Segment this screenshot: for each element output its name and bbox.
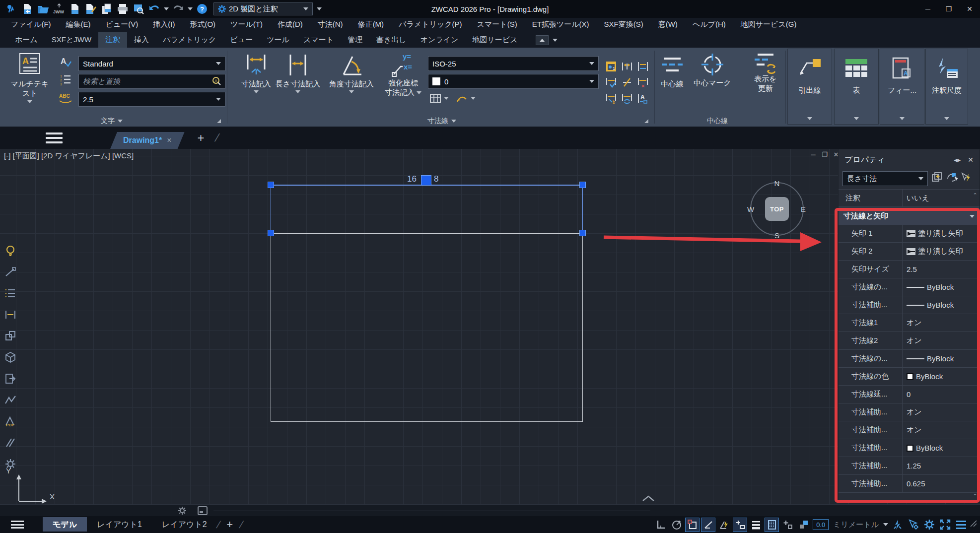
menu-item[interactable]: スマート(S) [477,20,517,29]
compass-east[interactable]: E [801,205,806,213]
quick-dim-icon[interactable] [3,307,18,322]
centerline-group-label[interactable]: 中心線 [680,115,755,127]
polyline-tool-icon[interactable] [3,393,18,407]
undo-dropdown-icon[interactable] [164,7,169,10]
ribbon-collapse-icon[interactable] [536,35,549,45]
menu-item[interactable]: 作成(D) [278,20,303,29]
dim-linear-button[interactable]: 長さ寸法記入 [268,53,328,93]
menu-item[interactable]: ET拡張ツール(X) [532,20,589,29]
lineweight-icon[interactable] [749,518,763,532]
ribbon-tab[interactable]: SXFとJWW [45,32,98,48]
layout-tab[interactable]: レイアウト1 [87,517,152,532]
centermark-button[interactable]: 中心マーク [691,53,734,88]
scroll-up-icon[interactable]: ⌃ [972,192,979,199]
grip-dimline-right[interactable] [579,182,586,188]
copy-icon[interactable] [100,3,113,15]
menu-item[interactable]: 形式(O) [190,20,215,29]
annotation-add-icon[interactable] [781,518,794,532]
dim-continue-icon[interactable] [635,59,651,74]
minimize-button[interactable]: ─ [917,0,938,18]
dim-delete-icon[interactable]: × [635,74,651,90]
parallel-tool-icon[interactable] [3,435,18,450]
help-icon[interactable]: ? [196,3,209,15]
dim-style-combo[interactable]: ISO-25 [428,56,599,71]
selection-cycle-icon[interactable] [907,518,920,532]
doc-tab-close-icon[interactable]: × [167,136,171,145]
dim-coordinate-button[interactable]: y=x= 強化座標 寸法記入 [382,52,424,97]
dim-check-icon[interactable] [603,74,619,90]
object-type-selector[interactable]: 長さ寸法 [842,171,928,186]
workspace-extra-dropdown-icon[interactable] [317,7,322,10]
property-row[interactable]: 寸法補助... ByBlock [839,439,980,457]
property-row[interactable]: 矢印 1 塗り潰し矢印 [839,225,980,243]
unit-dropdown-icon[interactable] [883,523,888,526]
doc-menu-icon[interactable] [46,133,63,143]
new-doc-tab-button[interactable]: + [198,131,205,145]
new-file-icon[interactable] [21,3,34,15]
unit-label[interactable]: ミリメートル [833,520,879,530]
ribbon-options-icon[interactable] [553,39,558,42]
property-row[interactable]: 矢印サイズ 2.5 [839,261,980,278]
grip-defpoint-right[interactable] [579,230,586,236]
menu-item[interactable]: SXF変換(S) [604,20,643,29]
dim-angular-button[interactable]: 角度寸法記入 [322,53,381,93]
property-row[interactable]: 寸法補助... オン [839,403,980,421]
scroll-down-icon[interactable]: ⌄ [972,490,979,497]
ribbon-tab[interactable]: 注釈 [98,32,127,48]
close-panel-icon[interactable]: ✕ [968,156,974,164]
cmd-window-icon[interactable] [198,506,208,517]
block-tool-icon[interactable] [3,329,18,343]
property-row[interactable]: 寸法線の... ByBlock [839,278,980,296]
maximize-button[interactable]: ❐ [938,0,959,18]
ribbon-tab[interactable]: スマート [296,32,341,48]
dim-break-icon[interactable]: b [603,90,619,106]
close-button[interactable]: ✕ [959,0,980,18]
open-folder-icon[interactable] [37,3,50,15]
ortho-icon[interactable] [654,518,667,532]
prop-annotative-value[interactable]: いいえ [902,190,980,206]
doc-restore-icon[interactable]: ❐ [821,151,829,158]
hatch-display-icon[interactable] [765,518,778,532]
field-group[interactable]: A フィー... [880,49,924,125]
text-dialog-launcher-icon[interactable] [217,119,221,123]
pop-tool-icon[interactable]: POP [3,414,18,429]
dim-edit-icon[interactable] [619,59,635,74]
menu-item[interactable]: 寸法(N) [318,20,343,29]
dyninput-icon[interactable] [717,518,731,532]
ribbon-tab[interactable]: ビュー [223,32,260,48]
status-menu-left-icon[interactable] [11,521,24,529]
property-row[interactable]: 寸法線の色 ByBlock [839,368,980,386]
save-icon[interactable] [69,3,81,15]
menu-item[interactable]: ヘルプ(H) [693,20,726,29]
multitext-button[interactable]: A マルチテキスト [7,53,53,103]
ribbon-tab[interactable]: 挿入 [127,32,156,48]
numbered-list-icon[interactable]: 123 [59,72,72,86]
dim-layer-combo[interactable]: 0 [428,74,599,89]
menu-item[interactable]: 編集(E) [66,20,91,29]
text-height-combo[interactable]: 2.5 [78,92,225,107]
document-tab[interactable]: Drawing1* × [110,132,185,149]
status-menu-icon[interactable] [954,518,968,532]
annotation-monitor-icon[interactable] [891,518,904,532]
section-dimlines-arrows[interactable]: 寸法線と矢印 [839,207,980,225]
ribbon-tab[interactable]: ホーム [8,32,45,48]
table-group[interactable]: 表 [834,49,879,125]
ribbon-tab[interactable]: 管理 [341,32,369,48]
dim-align-text-icon[interactable]: A [635,90,651,106]
menu-item[interactable]: ビュー(V) [106,20,139,29]
drawn-rectangle[interactable] [271,233,583,422]
save-as-icon[interactable] [84,3,97,15]
quick-select-icon[interactable] [931,172,943,186]
list-tool-icon[interactable] [3,286,18,301]
fullscreen-icon[interactable] [938,518,952,532]
property-row[interactable]: 寸法線延... 0 [839,386,980,403]
menu-item[interactable]: 挿入(I) [153,20,175,29]
compass-west[interactable]: W [747,205,754,213]
grip-dimension-text[interactable] [421,175,431,186]
cube-tool-icon[interactable] [3,350,18,365]
text-group-label[interactable]: 文字 [74,115,149,127]
grips-icon[interactable] [733,518,747,532]
compass-south[interactable]: S [774,231,779,240]
text-style-combo[interactable]: Standard [78,56,225,71]
slope-tool-icon[interactable] [3,265,18,279]
